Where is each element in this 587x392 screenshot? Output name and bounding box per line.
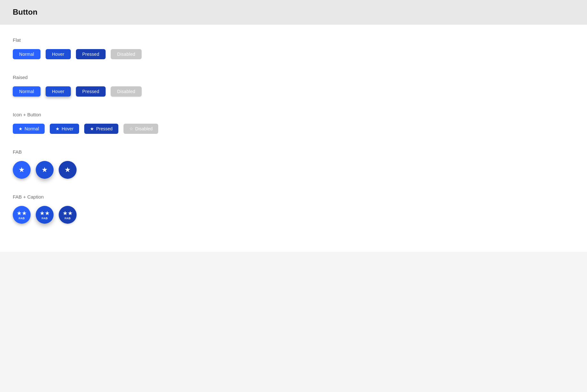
section-icon-button: Icon + Button Normal Hover Pressed Disab…: [13, 112, 574, 134]
section-fab-caption-title: FAB + Caption: [13, 194, 574, 200]
flat-normal-button[interactable]: Normal: [13, 49, 41, 59]
star-icon-hover: [56, 126, 60, 131]
icon-hover-button[interactable]: Hover: [50, 124, 79, 134]
star-icon-disabled: [129, 126, 133, 131]
fab-star-icon-normal: [19, 166, 25, 174]
fab-hover-button[interactable]: [36, 161, 54, 179]
fab-caption-label-pressed: FAB: [65, 217, 71, 220]
section-fab: FAB: [13, 149, 574, 179]
fab-star-icon-hover: [41, 166, 48, 174]
fab-button-row: [13, 161, 574, 179]
fab-caption-star-normal: ★: [17, 210, 27, 217]
fab-caption-label-normal: FAB: [19, 217, 25, 220]
star-icon-pressed: [90, 126, 94, 131]
fab-caption-star-pressed: ★: [63, 210, 73, 217]
icon-disabled-button: Disabled: [123, 124, 158, 134]
section-icon-button-title: Icon + Button: [13, 112, 574, 117]
flat-hover-button[interactable]: Hover: [46, 49, 71, 59]
flat-disabled-button: Disabled: [111, 49, 142, 59]
icon-button-row: Normal Hover Pressed Disabled: [13, 124, 574, 134]
section-flat: Flat Normal Hover Pressed Disabled: [13, 37, 574, 59]
fab-caption-label-hover: FAB: [42, 217, 48, 220]
section-flat-title: Flat: [13, 37, 574, 43]
fab-caption-normal-button[interactable]: ★ FAB: [13, 206, 31, 224]
icon-hover-label: Hover: [62, 126, 73, 131]
icon-normal-label: Normal: [25, 126, 39, 131]
section-raised-title: Raised: [13, 75, 574, 80]
fab-pressed-button[interactable]: [59, 161, 77, 179]
fab-star-icon-pressed: [64, 166, 71, 174]
flat-pressed-button[interactable]: Pressed: [76, 49, 106, 59]
raised-disabled-button: Disabled: [111, 86, 142, 97]
fab-caption-star-hover: ★: [40, 210, 50, 217]
raised-button-row: Normal Hover Pressed Disabled: [13, 86, 574, 97]
fab-normal-button[interactable]: [13, 161, 31, 179]
raised-pressed-button[interactable]: Pressed: [76, 86, 106, 97]
page-title: Button: [13, 8, 574, 17]
flat-button-row: Normal Hover Pressed Disabled: [13, 49, 574, 59]
fab-caption-hover-button[interactable]: ★ FAB: [36, 206, 54, 224]
section-fab-caption: FAB + Caption ★ FAB ★ FAB ★ FAB: [13, 194, 574, 224]
raised-hover-button[interactable]: Hover: [46, 86, 71, 97]
fab-caption-pressed-button[interactable]: ★ FAB: [59, 206, 77, 224]
icon-pressed-label: Pressed: [96, 126, 112, 131]
fab-caption-button-row: ★ FAB ★ FAB ★ FAB: [13, 206, 574, 224]
icon-disabled-label: Disabled: [135, 126, 152, 131]
section-raised: Raised Normal Hover Pressed Disabled: [13, 75, 574, 97]
icon-normal-button[interactable]: Normal: [13, 124, 45, 134]
icon-pressed-button[interactable]: Pressed: [84, 124, 118, 134]
star-icon-normal: [19, 126, 23, 131]
main-content: Flat Normal Hover Pressed Disabled Raise…: [0, 25, 587, 252]
raised-normal-button[interactable]: Normal: [13, 86, 41, 97]
section-fab-title: FAB: [13, 149, 574, 155]
page-header: Button: [0, 0, 587, 25]
